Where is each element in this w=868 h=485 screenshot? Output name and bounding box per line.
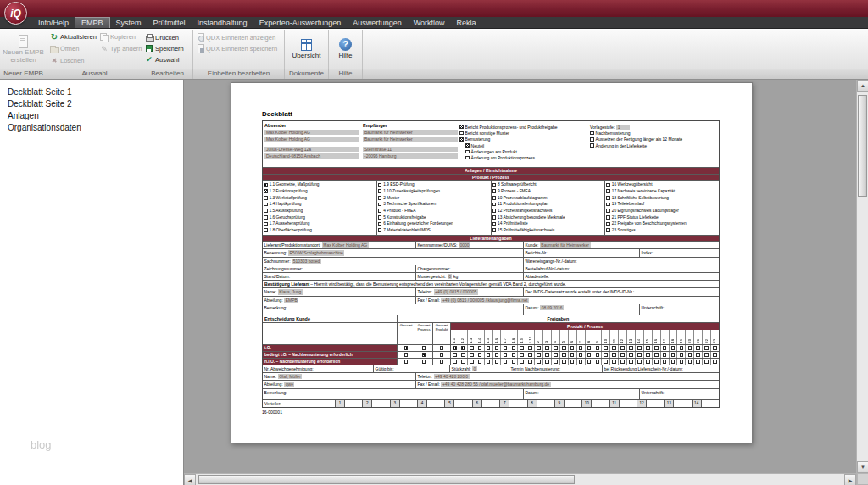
sidebar-item-organisationsdaten[interactable]: Organisationsdaten bbox=[0, 121, 183, 133]
checkbox[interactable] bbox=[378, 189, 382, 193]
horizontal-scroll-track[interactable] bbox=[196, 474, 844, 485]
checkbox[interactable] bbox=[671, 360, 676, 364]
menu-item-rekla[interactable]: Rekla bbox=[451, 17, 482, 28]
verteiler-cell[interactable] bbox=[619, 400, 637, 407]
checkbox[interactable] bbox=[663, 346, 667, 350]
checkbox[interactable] bbox=[688, 346, 693, 350]
checkbox[interactable] bbox=[470, 346, 474, 350]
vertical-scroll-track[interactable] bbox=[857, 92, 868, 461]
checkbox[interactable] bbox=[495, 360, 499, 364]
menu-item-info-help[interactable]: Info/Help bbox=[32, 17, 75, 28]
checkbox[interactable] bbox=[606, 183, 610, 187]
field-value[interactable]: +49 (0) 0815 / 000005 bbox=[434, 289, 478, 294]
checkbox[interactable] bbox=[478, 353, 482, 357]
checkbox[interactable] bbox=[637, 360, 642, 364]
checkbox[interactable] bbox=[378, 203, 382, 207]
checkbox[interactable] bbox=[453, 360, 457, 364]
checkbox[interactable] bbox=[495, 353, 499, 357]
checkbox[interactable] bbox=[264, 196, 268, 200]
checkbox[interactable] bbox=[264, 203, 268, 207]
checkbox[interactable] bbox=[713, 346, 717, 350]
field-value[interactable]: Max Kolber Holding AG bbox=[322, 242, 369, 248]
verteiler-cell[interactable] bbox=[344, 400, 362, 407]
sidebar-item-deckblatt-seite-2[interactable]: Deckblatt Seite 2 bbox=[0, 98, 183, 109]
checkbox[interactable] bbox=[404, 360, 409, 364]
menu-item-auswertungen[interactable]: Auswertungen bbox=[347, 17, 408, 28]
checkbox[interactable] bbox=[520, 346, 524, 350]
checkbox[interactable] bbox=[528, 360, 532, 364]
checkbox[interactable] bbox=[646, 346, 650, 350]
vorlagestufe-value[interactable]: 1 bbox=[616, 125, 630, 130]
checkbox[interactable] bbox=[587, 353, 592, 357]
checkbox[interactable] bbox=[470, 353, 474, 357]
checkbox[interactable] bbox=[587, 360, 592, 364]
checkbox[interactable] bbox=[465, 156, 470, 160]
checkbox[interactable] bbox=[590, 137, 594, 142]
checkbox[interactable] bbox=[629, 353, 633, 357]
checkbox[interactable] bbox=[404, 346, 409, 350]
verteiler-cell[interactable] bbox=[453, 400, 471, 407]
qdx-einheiten-anzeigen-button[interactable]: QDX Einheiten anzeigen bbox=[195, 32, 282, 42]
checkbox[interactable] bbox=[264, 209, 268, 213]
checkbox[interactable] bbox=[440, 346, 444, 350]
field-value[interactable]: Baumarkt für Heimwerker bbox=[540, 242, 591, 248]
verteiler-cell[interactable] bbox=[426, 400, 444, 407]
checkbox[interactable] bbox=[512, 360, 516, 364]
checkbox[interactable] bbox=[264, 189, 268, 193]
checkbox[interactable] bbox=[696, 353, 700, 357]
verteiler-cell[interactable] bbox=[537, 400, 554, 407]
checkbox[interactable] bbox=[495, 346, 499, 350]
absender-field[interactable]: Max Kolber Holding AG bbox=[264, 130, 359, 136]
checkbox[interactable] bbox=[646, 360, 650, 364]
checkbox[interactable] bbox=[404, 353, 409, 357]
verteiler-cell[interactable] bbox=[564, 400, 581, 407]
qdx-einheiten-speichern-button[interactable]: QDX Einheiten speichern bbox=[195, 43, 282, 53]
checkbox[interactable] bbox=[528, 346, 532, 350]
checkbox[interactable] bbox=[512, 353, 516, 357]
checkbox[interactable] bbox=[606, 222, 610, 226]
checkbox[interactable] bbox=[612, 353, 616, 357]
field-value[interactable]: +49 40 428 280 0 bbox=[434, 374, 470, 379]
checkbox[interactable] bbox=[461, 346, 465, 350]
checkbox[interactable] bbox=[537, 346, 541, 350]
checkbox[interactable] bbox=[492, 228, 497, 232]
checkbox[interactable] bbox=[688, 353, 693, 357]
checkbox[interactable] bbox=[562, 353, 566, 357]
aktualisieren-button[interactable]: Aktualisieren bbox=[49, 31, 97, 42]
typ-ändern-button[interactable]: Typ ändern bbox=[99, 43, 142, 54]
scroll-left-button[interactable]: ◀ bbox=[184, 474, 196, 485]
field-value[interactable]: Klaus, Jung bbox=[278, 289, 303, 294]
menu-item-experten-auswertungen[interactable]: Experten-Auswertungen bbox=[253, 17, 348, 28]
checkbox[interactable] bbox=[680, 346, 684, 350]
checkbox[interactable] bbox=[461, 353, 465, 357]
checkbox[interactable] bbox=[604, 353, 608, 357]
field-value[interactable]: +49 (0) 0815 / 000005 / klaus.jung@firma… bbox=[441, 298, 529, 303]
checkbox[interactable] bbox=[696, 346, 700, 350]
drucken-button[interactable]: Drucken bbox=[144, 32, 191, 42]
checkbox[interactable] bbox=[604, 360, 608, 364]
öffnen-button[interactable]: Öffnen bbox=[49, 43, 97, 54]
checkbox[interactable] bbox=[671, 353, 676, 357]
checkbox[interactable] bbox=[453, 353, 457, 357]
checkbox[interactable] bbox=[606, 203, 610, 207]
checkbox[interactable] bbox=[671, 346, 676, 350]
field-value[interactable]: R50 W Schlagbohrmaschine bbox=[288, 250, 344, 255]
menu-item-prüfmittel[interactable]: Prüfmittel bbox=[147, 17, 192, 28]
verteiler-cell[interactable] bbox=[673, 400, 691, 407]
field-value[interactable]: 0 bbox=[448, 274, 453, 279]
checkbox[interactable] bbox=[637, 346, 642, 350]
checkbox[interactable] bbox=[620, 360, 625, 364]
checkbox[interactable] bbox=[587, 346, 592, 350]
checkbox[interactable] bbox=[620, 346, 625, 350]
checkbox[interactable] bbox=[465, 150, 470, 154]
checkbox[interactable] bbox=[545, 346, 549, 350]
checkbox[interactable] bbox=[629, 360, 633, 364]
checkbox[interactable] bbox=[487, 360, 491, 364]
field-value[interactable]: Olaf, Müller bbox=[278, 374, 303, 379]
checkbox[interactable] bbox=[680, 360, 684, 364]
verteiler-cell[interactable] bbox=[509, 400, 526, 407]
checkbox[interactable] bbox=[590, 131, 594, 136]
vertical-scroll-thumb[interactable] bbox=[858, 95, 867, 197]
checkbox[interactable] bbox=[570, 360, 575, 364]
checkbox[interactable] bbox=[713, 360, 717, 364]
